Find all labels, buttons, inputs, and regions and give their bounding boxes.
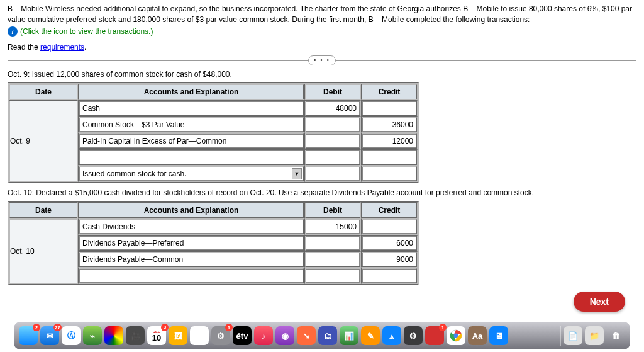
xcode-icon[interactable]: ⟁ <box>382 326 401 345</box>
folder-icon[interactable]: 📁 <box>585 326 604 345</box>
trash-icon[interactable]: 🗑 <box>606 326 625 345</box>
date-cell: Oct. 10 <box>9 219 78 284</box>
adobe-icon[interactable]: 1 <box>425 326 444 345</box>
expand-toggle[interactable]: • • • <box>308 55 336 65</box>
acct-input[interactable] <box>79 253 303 266</box>
preview-icon[interactable]: 🖼 <box>169 326 187 345</box>
appletv-icon[interactable]: étv <box>233 326 252 345</box>
swift-icon[interactable]: ➘ <box>297 326 316 345</box>
debit-input[interactable] <box>306 253 360 266</box>
cal-day: 10 <box>152 334 161 342</box>
problem-intro: B – Mobile Wireless needed additional ca… <box>8 4 636 25</box>
finder-icon[interactable]: 2 <box>19 326 38 345</box>
read-requirements-row: Read the requirements. <box>8 43 636 52</box>
period: . <box>84 43 86 52</box>
journal-table-1: Date Accounts and Explanation Debit Cred… <box>8 82 419 183</box>
credit-input[interactable] <box>362 236 416 250</box>
th-credit: Credit <box>361 84 418 100</box>
badge: 27 <box>53 324 62 331</box>
debit-input[interactable] <box>306 134 360 148</box>
tv-label: étv <box>236 331 248 341</box>
debit-input[interactable] <box>306 150 360 164</box>
th-debit: Debit <box>304 84 361 100</box>
facetime-icon[interactable]: 🎥 <box>126 326 145 345</box>
settings-icon[interactable]: ⚙ <box>404 326 423 345</box>
dock-separator <box>560 326 561 346</box>
photos-icon[interactable] <box>104 326 123 345</box>
acct-input[interactable] <box>79 236 303 250</box>
credit-input[interactable] <box>362 101 416 115</box>
debit-input[interactable] <box>306 269 360 283</box>
date-cell: Oct. 9 <box>9 100 78 182</box>
entry2-label: Oct. 10: Declared a $15,000 cash dividen… <box>8 188 636 197</box>
th-acct: Accounts and Explanation <box>78 202 304 219</box>
read-prefix: Read the <box>8 43 40 52</box>
keynote-icon[interactable]: 🗂 <box>318 326 337 345</box>
dictionary-icon[interactable]: Aa <box>468 326 487 345</box>
badge: 3 <box>161 324 169 331</box>
numbers-icon[interactable]: 📊 <box>340 326 358 345</box>
journal-table-2: Date Accounts and Explanation Debit Cred… <box>8 201 419 285</box>
acct-input[interactable] <box>79 118 303 132</box>
appstore-icon[interactable]: Ⓐ <box>62 326 80 345</box>
mail-icon[interactable]: ✉ 27 <box>40 326 59 345</box>
info-icon[interactable]: i <box>8 26 18 37</box>
credit-input[interactable] <box>362 269 416 283</box>
debit-input[interactable] <box>306 236 360 250</box>
acct-input[interactable] <box>79 269 303 283</box>
chrome-icon[interactable] <box>447 326 465 345</box>
credit-input[interactable] <box>362 253 416 266</box>
debit-input[interactable] <box>306 167 360 181</box>
badge: 2 <box>33 324 40 331</box>
credit-input[interactable] <box>362 134 416 148</box>
badge: 1 <box>225 324 233 331</box>
credit-input[interactable] <box>362 220 416 234</box>
calendar-icon[interactable]: DEC 10 3 <box>147 326 166 345</box>
macos-dock: 2 ✉ 27 Ⓐ ⌁ 🎥 DEC 10 3 🖼 ⊞ ⚙ 1 étv ♪ ◉ ➘ … <box>14 322 630 349</box>
entry1-label: Oct. 9: Issued 12,000 shares of common s… <box>8 70 636 79</box>
th-date: Date <box>9 202 78 219</box>
credit-input[interactable] <box>362 118 416 132</box>
explanation-select[interactable] <box>79 167 303 181</box>
screens-icon[interactable]: 🖥 <box>489 326 508 345</box>
music-icon[interactable]: ♪ <box>254 326 273 345</box>
acct-input[interactable] <box>79 220 303 234</box>
th-debit: Debit <box>304 202 361 219</box>
requirements-link[interactable]: requirements <box>40 43 84 52</box>
launchpad-icon[interactable]: ⊞ <box>190 326 209 345</box>
acct-input[interactable] <box>79 134 303 148</box>
system-prefs-icon[interactable]: ⚙ 1 <box>211 326 230 345</box>
pages-icon[interactable]: ✎ <box>361 326 380 345</box>
podcasts-icon[interactable]: ◉ <box>275 326 294 345</box>
credit-input[interactable] <box>362 167 416 181</box>
activity-icon[interactable]: ⌁ <box>83 326 102 345</box>
th-date: Date <box>9 84 78 100</box>
debit-input[interactable] <box>306 118 360 132</box>
debit-input[interactable] <box>306 101 360 115</box>
th-credit: Credit <box>361 202 418 219</box>
credit-input[interactable] <box>362 150 416 164</box>
badge: 1 <box>439 324 447 331</box>
transactions-link[interactable]: (Click the icon to view the transactions… <box>20 27 153 36</box>
debit-input[interactable] <box>306 220 360 234</box>
th-acct: Accounts and Explanation <box>78 84 304 100</box>
acct-input[interactable] <box>79 101 303 115</box>
next-button[interactable]: Next <box>574 292 625 312</box>
acct-input[interactable] <box>79 150 303 164</box>
aa-label: Aa <box>472 331 483 341</box>
doc-icon[interactable]: 📄 <box>564 326 582 345</box>
